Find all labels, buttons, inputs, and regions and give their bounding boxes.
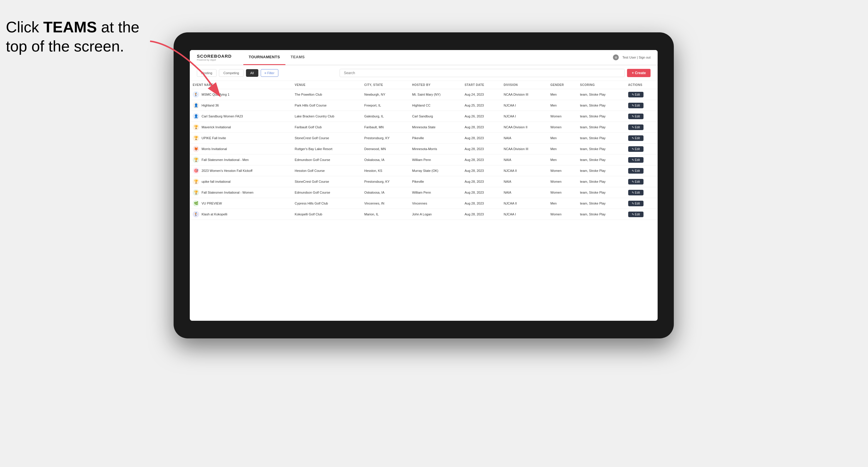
event-icon: 🏆	[193, 157, 199, 163]
cell-division: NJCAA II	[501, 165, 548, 176]
cell-actions: ✎ Edit	[625, 187, 658, 198]
event-icon: 🏌	[193, 91, 199, 98]
all-button[interactable]: All	[246, 69, 258, 77]
cell-city-state: Faribault, MN	[361, 122, 409, 133]
cell-actions: ✎ Edit	[625, 122, 658, 133]
cell-gender: Men	[548, 133, 577, 144]
cell-division: NAIA	[501, 155, 548, 165]
search-input[interactable]	[340, 69, 625, 77]
cell-division: NCAA Division III	[501, 89, 548, 100]
event-icon: 🏆	[193, 124, 199, 130]
cell-city-state: Vincennes, IN	[361, 198, 409, 209]
cell-gender: Men	[548, 198, 577, 209]
edit-button[interactable]: ✎ Edit	[628, 157, 644, 163]
cell-event-name: 🌿 VU PREVIEW	[190, 198, 292, 209]
nav-bar: SCOREBOARD Powered by clippit TOURNAMENT…	[190, 50, 658, 65]
event-name-text: Morris Invitational	[202, 147, 227, 151]
cell-division: NJCAA I	[501, 111, 548, 122]
edit-button[interactable]: ✎ Edit	[628, 201, 644, 206]
cell-actions: ✎ Edit	[625, 133, 658, 144]
cell-event-name: 🏌 MSMC Qualifying 1	[190, 89, 292, 100]
cell-event-name: 👤 Carl Sandburg Women FA23	[190, 111, 292, 122]
cell-event-name: 🦊 Morris Invitational	[190, 144, 292, 155]
edit-button[interactable]: ✎ Edit	[628, 179, 644, 185]
table-row: 🏌 MSMC Qualifying 1 The Powelton Club Ne…	[190, 89, 658, 100]
cell-city-state: Oskaloosa, IA	[361, 155, 409, 165]
nav-tournaments[interactable]: TOURNAMENTS	[243, 50, 285, 65]
cell-venue: Park Hills Golf Course	[292, 100, 361, 111]
cell-hosted-by: Vincennes	[409, 198, 462, 209]
cell-start-date: Aug 24, 2023	[462, 89, 501, 100]
table-header-row: EVENT NAME VENUE CITY, STATE HOSTED BY S…	[190, 81, 658, 89]
cell-start-date: Aug 28, 2023	[462, 155, 501, 165]
col-event-name: EVENT NAME	[190, 81, 292, 89]
cell-start-date: Aug 28, 2023	[462, 165, 501, 176]
cell-scoring: team, Stroke Play	[577, 155, 625, 165]
cell-venue: StoneCrest Golf Course	[292, 133, 361, 144]
hosting-button[interactable]: Hosting	[197, 69, 217, 77]
event-icon: 👤	[193, 102, 199, 108]
cell-city-state: Deerwood, MN	[361, 144, 409, 155]
cell-start-date: Aug 28, 2023	[462, 144, 501, 155]
cell-hosted-by: Pikeville	[409, 133, 462, 144]
cell-actions: ✎ Edit	[625, 198, 658, 209]
cell-event-name: 🏆 Fall Statesmen Invitational - Women	[190, 187, 292, 198]
table-row: 🏆 Fall Statesmen Invitational - Men Edmu…	[190, 155, 658, 165]
edit-button[interactable]: ✎ Edit	[628, 135, 644, 141]
cell-scoring: team, Stroke Play	[577, 133, 625, 144]
table-row: 🏆 Fall Statesmen Invitational - Women Ed…	[190, 187, 658, 198]
event-icon: 🎯	[193, 167, 199, 174]
cell-start-date: Aug 28, 2023	[462, 176, 501, 187]
cell-venue: StoneCrest Golf Course	[292, 176, 361, 187]
cell-division: NCAA Division III	[501, 144, 548, 155]
edit-button[interactable]: ✎ Edit	[628, 114, 644, 119]
cell-city-state: Prestonsburg, KY	[361, 133, 409, 144]
create-button[interactable]: + Create	[627, 69, 651, 77]
cell-event-name: 🏆 UPIKE Fall Invite	[190, 133, 292, 144]
cell-division: NJCAA II	[501, 198, 548, 209]
cell-venue: Edmundson Golf Course	[292, 155, 361, 165]
edit-button[interactable]: ✎ Edit	[628, 146, 644, 152]
cell-division: NJCAA I	[501, 100, 548, 111]
cell-venue: The Powelton Club	[292, 89, 361, 100]
edit-button[interactable]: ✎ Edit	[628, 103, 644, 108]
competing-button[interactable]: Competing	[219, 69, 243, 77]
filter-button[interactable]: ≡ Filter	[261, 69, 278, 77]
cell-hosted-by: Murray State (OK)	[409, 165, 462, 176]
edit-button[interactable]: ✎ Edit	[628, 92, 644, 97]
event-name-text: Fall Statesmen Invitational - Women	[202, 191, 253, 194]
col-city-state: CITY, STATE	[361, 81, 409, 89]
edit-button[interactable]: ✎ Edit	[628, 124, 644, 130]
cell-actions: ✎ Edit	[625, 165, 658, 176]
event-icon: 🌿	[193, 200, 199, 207]
cell-city-state: Hesston, KS	[361, 165, 409, 176]
cell-scoring: team, Stroke Play	[577, 187, 625, 198]
cell-hosted-by: Highland CC	[409, 100, 462, 111]
cell-event-name: 🏌 Klash at Kokopelli	[190, 209, 292, 220]
cell-city-state: Marion, IL	[361, 209, 409, 220]
cell-gender: Men	[548, 155, 577, 165]
instruction-line3: top of the screen.	[6, 38, 124, 55]
cell-actions: ✎ Edit	[625, 89, 658, 100]
nav-teams[interactable]: TEAMS	[285, 50, 310, 65]
instruction-line2: at the	[97, 19, 140, 36]
event-icon: 🦊	[193, 146, 199, 152]
cell-division: NJCAA I	[501, 209, 548, 220]
cell-city-state: Prestonsburg, KY	[361, 176, 409, 187]
cell-hosted-by: Minnesota State	[409, 122, 462, 133]
edit-button[interactable]: ✎ Edit	[628, 212, 644, 217]
cell-gender: Men	[548, 89, 577, 100]
cell-gender: Men	[548, 100, 577, 111]
edit-button[interactable]: ✎ Edit	[628, 168, 644, 174]
cell-event-name: 🏆 Maverick Invitational	[190, 122, 292, 133]
event-name-text: Klash at Kokopelli	[202, 213, 227, 216]
nav-right: ⚙ Test User | Sign out	[613, 55, 651, 60]
edit-button[interactable]: ✎ Edit	[628, 190, 644, 195]
cell-scoring: team, Stroke Play	[577, 165, 625, 176]
cell-division: NAIA	[501, 176, 548, 187]
event-icon: 🏆	[193, 178, 199, 185]
gear-icon[interactable]: ⚙	[613, 55, 619, 60]
cell-actions: ✎ Edit	[625, 111, 658, 122]
cell-start-date: Aug 28, 2023	[462, 198, 501, 209]
cell-start-date: Aug 26, 2023	[462, 111, 501, 122]
